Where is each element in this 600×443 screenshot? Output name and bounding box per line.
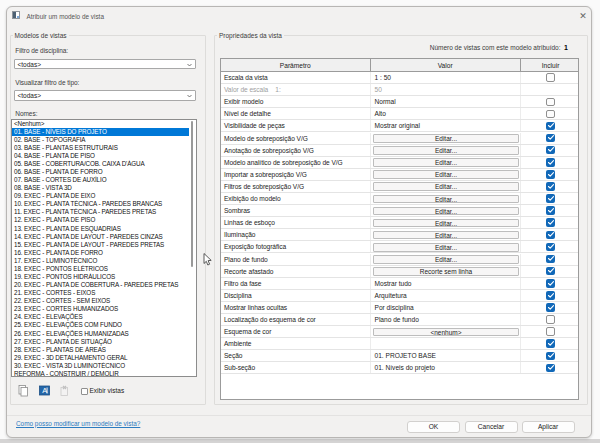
svg-text:A: A: [42, 386, 47, 395]
